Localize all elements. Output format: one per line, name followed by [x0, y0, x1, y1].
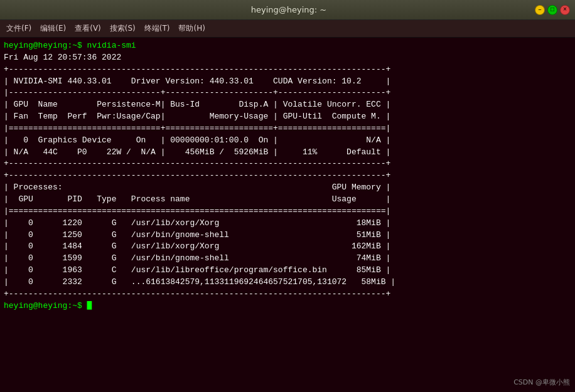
menu-item[interactable]: 帮助(H): [175, 22, 208, 35]
terminal-line: | 0 2332 G ...61613842579,11331196924646…: [4, 277, 571, 289]
terminal-line: | N/A 44C P0 22W / N/A | 456MiB / 5926Mi…: [4, 147, 571, 159]
window-controls[interactable]: – □ ×: [535, 5, 570, 15]
terminal-line: | GPU Name Persistence-M| Bus-Id Disp.A …: [4, 99, 571, 111]
terminal-line: | 0 1484 G /usr/lib/xorg/Xorg 162MiB |: [4, 241, 571, 253]
terminal-line: | 0 1250 G /usr/bin/gnome-shell 51MiB |: [4, 230, 571, 241]
terminal-line: +---------------------------------------…: [4, 158, 571, 170]
terminal-line: heying@heying:~$ █: [4, 300, 571, 312]
terminal-line: | 0 Graphics Device On | 00000000:01:00.…: [4, 135, 571, 147]
menu-item[interactable]: 文件(F): [3, 22, 35, 35]
terminal-line: |=======================================…: [4, 206, 571, 218]
terminal-line: | NVIDIA-SMI 440.33.01 Driver Version: 4…: [4, 76, 571, 88]
terminal-area[interactable]: heying@heying:~$ nvidia-smiFri Aug 12 20…: [0, 38, 575, 392]
terminal-line: | Fan Temp Perf Pwr:Usage/Cap| Memory-Us…: [4, 111, 571, 123]
close-button[interactable]: ×: [560, 5, 570, 15]
terminal-line: +---------------------------------------…: [4, 64, 571, 76]
menubar: 文件(F)编辑(E)查看(V)搜索(S)终端(T)帮助(H): [0, 20, 575, 38]
menu-item[interactable]: 搜索(S): [106, 22, 139, 35]
maximize-button[interactable]: □: [547, 5, 557, 15]
terminal-line: heying@heying:~$ nvidia-smi: [4, 40, 571, 52]
watermark: CSDN @卑微小熊: [513, 378, 570, 387]
menu-item[interactable]: 编辑(E): [36, 22, 70, 35]
terminal-line: |-------------------------------+-------…: [4, 87, 571, 99]
terminal-line: | 0 1599 G /usr/bin/gnome-shell 74MiB |: [4, 253, 571, 265]
terminal-line: | GPU PID Type Process name Usage |: [4, 194, 571, 206]
terminal-line: Fri Aug 12 20:57:36 2022: [4, 52, 571, 64]
titlebar: heying@heying: ~ – □ ×: [0, 0, 575, 20]
menu-item[interactable]: 终端(T): [141, 22, 174, 35]
window-title: heying@heying: ~: [43, 5, 535, 14]
terminal-line: |===============================+=======…: [4, 123, 571, 135]
terminal-line: | Processes: GPU Memory |: [4, 182, 571, 194]
terminal-line: | 0 1220 G /usr/lib/xorg/Xorg 18MiB |: [4, 218, 571, 230]
terminal-line: | 0 1963 C /usr/lib/libreoffice/program/…: [4, 265, 571, 277]
minimize-button[interactable]: –: [535, 5, 545, 15]
terminal-line: +---------------------------------------…: [4, 289, 571, 300]
terminal-line: +---------------------------------------…: [4, 170, 571, 182]
menu-item[interactable]: 查看(V): [71, 22, 105, 35]
